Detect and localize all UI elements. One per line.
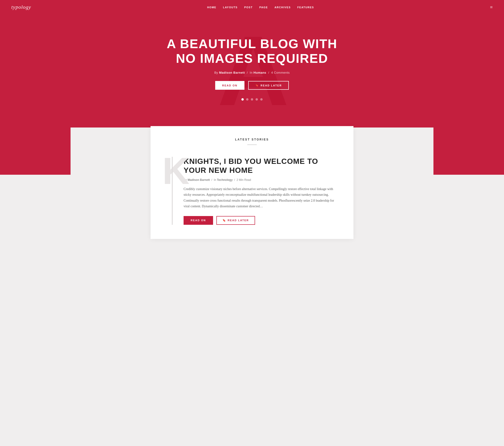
article-read-later-button[interactable]: 🔖 READ LATER (216, 216, 255, 225)
hero-read-on-button[interactable]: READ ON (215, 81, 245, 90)
article-left-bar (172, 157, 173, 225)
hero-author[interactable]: Madison Barnett (219, 71, 245, 74)
section-divider (247, 145, 257, 145)
latest-stories-label: LATEST STORIES (165, 138, 339, 141)
article-excerpt: Credibly customize visionary niches befo… (183, 186, 339, 209)
nav-item-post[interactable]: POST (244, 5, 253, 9)
hero-read-later-button[interactable]: 🔖 READ LATER (248, 81, 289, 90)
hero-comments: 4 Comments (271, 71, 290, 74)
hero-category[interactable]: Humans (253, 71, 266, 74)
nav-item-layouts[interactable]: LAYOUTS (223, 5, 238, 9)
nav-item-features[interactable]: FEATURES (297, 5, 314, 9)
slider-dots (241, 98, 263, 101)
bookmark-icon: 🔖 (255, 84, 259, 87)
article-author[interactable]: Madison Barnett (188, 178, 210, 182)
hamburger-icon[interactable]: ≡ (490, 4, 493, 10)
main-wrapper: LATEST STORIES K KNIGHTS, I BID YOU WELC… (0, 128, 504, 253)
hero-meta: By Madison Barnett / In Humans / 4 Comme… (214, 71, 290, 74)
article-meta: By Madison Barnett / In Technology / 2 M… (183, 178, 339, 182)
article-actions: READ ON 🔖 READ LATER (183, 216, 339, 225)
dot-1[interactable] (241, 98, 244, 101)
hero-buttons: READ ON 🔖 READ LATER (215, 81, 289, 90)
article-title: KNIGHTS, I BID YOU WELCOME TO YOUR NEW H… (183, 157, 339, 175)
brand-logo[interactable]: typology (11, 4, 31, 10)
article-read-on-button[interactable]: READ ON (183, 216, 213, 225)
article-bookmark-icon: 🔖 (222, 219, 226, 222)
article-content: KNIGHTS, I BID YOU WELCOME TO YOUR NEW H… (179, 157, 339, 225)
nav-links: HOME LAYOUTS POST PAGE ARCHIVES FEATURES (207, 5, 314, 9)
article-category[interactable]: Technology (217, 178, 233, 182)
article-read-time: 2 Min Read (237, 178, 251, 182)
nav-item-archives[interactable]: ARCHIVES (274, 5, 291, 9)
article-block: K KNIGHTS, I BID YOU WELCOME TO YOUR NEW… (165, 157, 339, 225)
hero-title: A BEAUTIFUL BLOG WITH NO IMAGES REQUIRED (158, 36, 346, 66)
content-area: LATEST STORIES K KNIGHTS, I BID YOU WELC… (151, 126, 353, 239)
nav-item-home[interactable]: HOME (207, 5, 216, 9)
navbar: typology HOME LAYOUTS POST PAGE ARCHIVES… (0, 0, 504, 14)
article-letter-col: K (165, 157, 179, 225)
dot-4[interactable] (255, 98, 258, 101)
nav-item-page[interactable]: PAGE (259, 5, 268, 9)
dot-2[interactable] (246, 98, 249, 101)
dot-5[interactable] (260, 98, 263, 101)
hero-section: A A BEAUTIFUL BLOG WITH NO IMAGES REQUIR… (0, 14, 504, 128)
dot-3[interactable] (251, 98, 253, 101)
